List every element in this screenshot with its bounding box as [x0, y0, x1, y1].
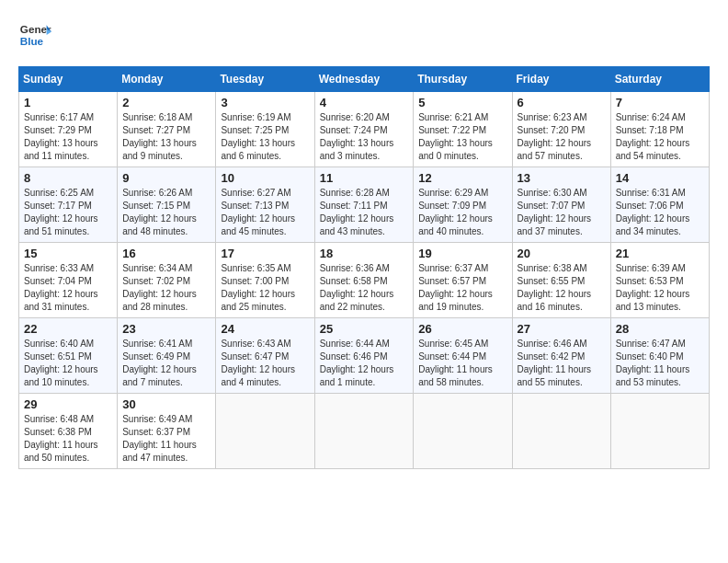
calendar-cell: 26Sunrise: 6:45 AM Sunset: 6:44 PM Dayli…	[414, 318, 512, 394]
calendar-cell	[512, 394, 610, 469]
day-info: Sunrise: 6:31 AM Sunset: 7:06 PM Dayligh…	[616, 187, 704, 238]
calendar-cell: 17Sunrise: 6:35 AM Sunset: 7:00 PM Dayli…	[216, 243, 314, 318]
day-info: Sunrise: 6:46 AM Sunset: 6:42 PM Dayligh…	[518, 338, 606, 389]
calendar-cell: 4Sunrise: 6:20 AM Sunset: 7:24 PM Daylig…	[314, 92, 414, 167]
calendar-cell: 24Sunrise: 6:43 AM Sunset: 6:47 PM Dayli…	[216, 318, 314, 394]
day-info: Sunrise: 6:45 AM Sunset: 6:44 PM Dayligh…	[418, 338, 506, 389]
calendar-cell: 2Sunrise: 6:18 AM Sunset: 7:27 PM Daylig…	[118, 92, 216, 167]
day-number: 14	[616, 171, 704, 185]
day-info: Sunrise: 6:19 AM Sunset: 7:25 PM Dayligh…	[221, 111, 309, 163]
calendar-cell: 8Sunrise: 6:25 AM Sunset: 7:17 PM Daylig…	[19, 167, 118, 243]
day-info: Sunrise: 6:47 AM Sunset: 6:40 PM Dayligh…	[616, 338, 704, 389]
calendar-cell: 28Sunrise: 6:47 AM Sunset: 6:40 PM Dayli…	[610, 318, 709, 394]
calendar-cell: 20Sunrise: 6:38 AM Sunset: 6:55 PM Dayli…	[512, 243, 610, 318]
weekday-header: Sunday	[19, 67, 118, 92]
calendar-cell: 27Sunrise: 6:46 AM Sunset: 6:42 PM Dayli…	[512, 318, 610, 394]
day-number: 2	[122, 96, 210, 109]
day-info: Sunrise: 6:35 AM Sunset: 7:00 PM Dayligh…	[221, 262, 309, 314]
day-number: 15	[24, 247, 112, 260]
calendar-cell	[610, 394, 709, 469]
calendar-week-row: 22Sunrise: 6:40 AM Sunset: 6:51 PM Dayli…	[19, 318, 710, 394]
day-info: Sunrise: 6:18 AM Sunset: 7:27 PM Dayligh…	[122, 111, 210, 163]
day-number: 25	[320, 322, 409, 336]
day-number: 10	[221, 171, 309, 185]
day-info: Sunrise: 6:37 AM Sunset: 6:57 PM Dayligh…	[418, 262, 506, 314]
day-number: 12	[418, 171, 506, 185]
calendar-week-row: 29Sunrise: 6:48 AM Sunset: 6:38 PM Dayli…	[19, 394, 710, 469]
calendar-header-row: SundayMondayTuesdayWednesdayThursdayFrid…	[19, 67, 710, 92]
day-number: 5	[418, 96, 506, 109]
calendar-cell: 11Sunrise: 6:28 AM Sunset: 7:11 PM Dayli…	[314, 167, 414, 243]
day-info: Sunrise: 6:49 AM Sunset: 6:37 PM Dayligh…	[122, 413, 210, 465]
day-info: Sunrise: 6:40 AM Sunset: 6:51 PM Dayligh…	[24, 338, 112, 389]
calendar-table: SundayMondayTuesdayWednesdayThursdayFrid…	[18, 66, 710, 469]
day-number: 28	[616, 322, 704, 336]
day-number: 13	[518, 171, 606, 185]
calendar-cell: 22Sunrise: 6:40 AM Sunset: 6:51 PM Dayli…	[19, 318, 118, 394]
weekday-header: Tuesday	[216, 67, 314, 92]
day-info: Sunrise: 6:24 AM Sunset: 7:18 PM Dayligh…	[616, 111, 704, 163]
day-number: 20	[518, 247, 606, 260]
weekday-header: Wednesday	[314, 67, 414, 92]
calendar-cell: 1Sunrise: 6:17 AM Sunset: 7:29 PM Daylig…	[19, 92, 118, 167]
day-info: Sunrise: 6:29 AM Sunset: 7:09 PM Dayligh…	[418, 187, 506, 238]
day-number: 29	[24, 397, 112, 411]
calendar-week-row: 15Sunrise: 6:33 AM Sunset: 7:04 PM Dayli…	[19, 243, 710, 318]
day-number: 21	[616, 247, 704, 260]
day-number: 6	[518, 96, 606, 109]
logo-icon: General Blue	[18, 18, 51, 52]
day-info: Sunrise: 6:36 AM Sunset: 6:58 PM Dayligh…	[320, 262, 409, 314]
day-number: 11	[320, 171, 409, 185]
day-number: 27	[518, 322, 606, 336]
day-info: Sunrise: 6:44 AM Sunset: 6:46 PM Dayligh…	[320, 338, 409, 389]
calendar-cell: 6Sunrise: 6:23 AM Sunset: 7:20 PM Daylig…	[512, 92, 610, 167]
day-number: 30	[122, 397, 210, 411]
day-info: Sunrise: 6:21 AM Sunset: 7:22 PM Dayligh…	[418, 111, 506, 163]
calendar-cell: 23Sunrise: 6:41 AM Sunset: 6:49 PM Dayli…	[118, 318, 216, 394]
calendar-cell: 14Sunrise: 6:31 AM Sunset: 7:06 PM Dayli…	[610, 167, 709, 243]
page-header: General Blue	[18, 18, 710, 52]
calendar-cell: 21Sunrise: 6:39 AM Sunset: 6:53 PM Dayli…	[610, 243, 709, 318]
day-info: Sunrise: 6:43 AM Sunset: 6:47 PM Dayligh…	[221, 338, 309, 389]
calendar-cell: 9Sunrise: 6:26 AM Sunset: 7:15 PM Daylig…	[118, 167, 216, 243]
day-info: Sunrise: 6:23 AM Sunset: 7:20 PM Dayligh…	[518, 111, 606, 163]
day-info: Sunrise: 6:17 AM Sunset: 7:29 PM Dayligh…	[24, 111, 112, 163]
day-number: 9	[122, 171, 210, 185]
day-info: Sunrise: 6:20 AM Sunset: 7:24 PM Dayligh…	[320, 111, 409, 163]
day-info: Sunrise: 6:38 AM Sunset: 6:55 PM Dayligh…	[518, 262, 606, 314]
calendar-cell	[414, 394, 512, 469]
day-number: 17	[221, 247, 309, 260]
weekday-header: Friday	[512, 67, 610, 92]
day-info: Sunrise: 6:48 AM Sunset: 6:38 PM Dayligh…	[24, 413, 112, 465]
day-info: Sunrise: 6:39 AM Sunset: 6:53 PM Dayligh…	[616, 262, 704, 314]
day-number: 18	[320, 247, 409, 260]
day-number: 3	[221, 96, 309, 109]
day-info: Sunrise: 6:30 AM Sunset: 7:07 PM Dayligh…	[518, 187, 606, 238]
calendar-cell: 3Sunrise: 6:19 AM Sunset: 7:25 PM Daylig…	[216, 92, 314, 167]
calendar-cell: 19Sunrise: 6:37 AM Sunset: 6:57 PM Dayli…	[414, 243, 512, 318]
calendar-cell: 18Sunrise: 6:36 AM Sunset: 6:58 PM Dayli…	[314, 243, 414, 318]
weekday-header: Monday	[118, 67, 216, 92]
day-number: 16	[122, 247, 210, 260]
day-number: 7	[616, 96, 704, 109]
day-number: 1	[24, 96, 112, 109]
day-number: 19	[418, 247, 506, 260]
day-number: 4	[320, 96, 409, 109]
logo: General Blue	[18, 18, 51, 52]
calendar-cell: 30Sunrise: 6:49 AM Sunset: 6:37 PM Dayli…	[118, 394, 216, 469]
day-info: Sunrise: 6:26 AM Sunset: 7:15 PM Dayligh…	[122, 187, 210, 238]
calendar-cell: 12Sunrise: 6:29 AM Sunset: 7:09 PM Dayli…	[414, 167, 512, 243]
weekday-header: Saturday	[610, 67, 709, 92]
day-number: 24	[221, 322, 309, 336]
svg-text:Blue: Blue	[20, 35, 44, 47]
calendar-cell: 25Sunrise: 6:44 AM Sunset: 6:46 PM Dayli…	[314, 318, 414, 394]
calendar-cell: 16Sunrise: 6:34 AM Sunset: 7:02 PM Dayli…	[118, 243, 216, 318]
calendar-cell: 5Sunrise: 6:21 AM Sunset: 7:22 PM Daylig…	[414, 92, 512, 167]
calendar-cell: 13Sunrise: 6:30 AM Sunset: 7:07 PM Dayli…	[512, 167, 610, 243]
day-info: Sunrise: 6:34 AM Sunset: 7:02 PM Dayligh…	[122, 262, 210, 314]
calendar-cell: 7Sunrise: 6:24 AM Sunset: 7:18 PM Daylig…	[610, 92, 709, 167]
weekday-header: Thursday	[414, 67, 512, 92]
day-info: Sunrise: 6:28 AM Sunset: 7:11 PM Dayligh…	[320, 187, 409, 238]
day-info: Sunrise: 6:33 AM Sunset: 7:04 PM Dayligh…	[24, 262, 112, 314]
calendar-cell: 10Sunrise: 6:27 AM Sunset: 7:13 PM Dayli…	[216, 167, 314, 243]
